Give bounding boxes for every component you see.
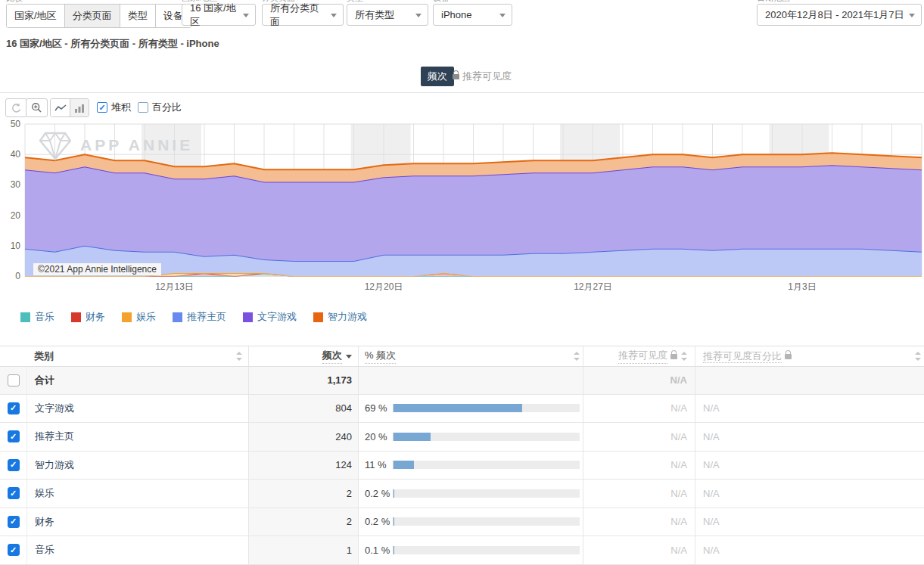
table-row: ✓文字游戏80469 %N/AN/A: [0, 395, 924, 424]
sort-icon[interactable]: [680, 352, 687, 361]
total-category-cell: 合计: [26, 367, 248, 394]
line-chart-icon: [54, 104, 67, 113]
frequency-value: 2: [347, 488, 352, 499]
header-visibility[interactable]: 推荐可见度: [583, 346, 695, 366]
frequency-value: 2: [347, 516, 352, 527]
legend-item-财务[interactable]: 财务: [71, 310, 105, 324]
stacked-checkbox[interactable]: ✓ 堆积: [97, 101, 131, 114]
legend-item-娱乐[interactable]: 娱乐: [122, 310, 156, 324]
legend-item-文字游戏[interactable]: 文字游戏: [243, 310, 297, 324]
segment-country-button[interactable]: 国家/地区: [7, 5, 65, 27]
header-visibility-label: 推荐可见度: [618, 349, 667, 364]
total-visibility-value: N/A: [670, 374, 687, 386]
visibility-pct-value: N/A: [703, 545, 720, 556]
row-checkbox[interactable]: ✓: [8, 516, 20, 528]
segment-type-button[interactable]: 类型: [120, 5, 156, 27]
category-cell: 娱乐: [26, 480, 248, 508]
section-divider: [0, 92, 924, 93]
table-total-row: 合计 1,173 N/A: [0, 367, 924, 395]
table-row: ✓财务20.2 %N/AN/A: [0, 508, 924, 537]
type-dropdown-value: 所有类型: [355, 8, 394, 22]
checkbox-unchecked-icon: [138, 102, 148, 113]
breakdown-segmented-control: 国家/地区 分类页面 类型 设备: [6, 4, 191, 28]
sort-icon[interactable]: [573, 352, 580, 361]
legend-label: 文字游戏: [257, 310, 297, 324]
tab-visibility-label: 推荐可见度: [462, 70, 512, 83]
legend-item-推荐主页[interactable]: 推荐主页: [173, 310, 226, 324]
legend-label: 推荐主页: [187, 310, 226, 324]
row-checkbox[interactable]: ✓: [8, 402, 20, 414]
header-visibility-pct-label: 推荐可见度百分比: [703, 350, 782, 363]
date-range-value: 2020年12月8日 - 2021年1月7日: [765, 8, 904, 22]
frequency-cell: 804: [248, 395, 358, 423]
category-name[interactable]: 文字游戏: [35, 402, 74, 415]
header-pct-frequency[interactable]: % 频次: [358, 346, 583, 366]
sort-desc-icon[interactable]: [346, 355, 352, 359]
pct-bar-fill: [394, 433, 431, 441]
category-name[interactable]: 娱乐: [35, 486, 54, 500]
row-checkbox[interactable]: ✓: [8, 487, 20, 499]
line-chart-button[interactable]: [51, 99, 70, 116]
visibility-pct-value: N/A: [703, 516, 720, 527]
sort-icon[interactable]: [914, 352, 921, 361]
row-checkbox[interactable]: ✓: [8, 544, 20, 556]
legend-swatch: [20, 312, 30, 322]
pct-frequency-cell: 0.2 %: [358, 480, 583, 508]
visibility-pct-value: N/A: [703, 488, 720, 499]
zoom-in-button[interactable]: [26, 98, 48, 117]
visibility-pct-cell: N/A: [695, 423, 924, 451]
type-dropdown[interactable]: 所有类型: [347, 4, 428, 26]
area-文字游戏: [25, 165, 922, 261]
y-tick-label: 40: [11, 149, 21, 160]
visibility-value: N/A: [670, 488, 687, 499]
percent-checkbox[interactable]: 百分比: [138, 101, 182, 114]
header-visibility-pct[interactable]: 推荐可见度百分比: [695, 346, 924, 366]
legend-item-音乐[interactable]: 音乐: [20, 310, 54, 324]
country-dropdown-value: 16 国家/地区: [190, 2, 238, 29]
category-name[interactable]: 音乐: [35, 543, 54, 557]
device-dropdown[interactable]: iPhone: [433, 4, 512, 26]
date-range-dropdown[interactable]: 2020年12月8日 - 2021年1月7日: [757, 4, 922, 26]
row-checkbox-cell: ✓: [0, 480, 26, 508]
visibility-cell: N/A: [583, 480, 695, 508]
row-checkbox[interactable]: ✓: [8, 430, 20, 442]
segment-category-page-button[interactable]: 分类页面: [65, 5, 120, 27]
visibility-pct-cell: N/A: [695, 395, 924, 423]
header-category-label: 类别: [34, 349, 54, 363]
row-checkbox[interactable]: ✓: [8, 459, 20, 471]
sort-icon[interactable]: [235, 352, 242, 361]
lock-icon: [670, 354, 677, 359]
category-page-dropdown[interactable]: 所有分类页面: [262, 4, 344, 26]
stacked-label: 堆积: [111, 101, 131, 114]
country-dropdown[interactable]: 16 国家/地区: [182, 4, 256, 26]
pct-value: 11 %: [365, 459, 393, 470]
frequency-cell: 2: [248, 508, 358, 536]
category-name[interactable]: 智力游戏: [35, 458, 74, 472]
header-category[interactable]: 类别: [26, 346, 248, 366]
reset-zoom-button[interactable]: [5, 98, 27, 117]
chart-type-toggle: [50, 98, 89, 117]
frequency-cell: 2: [248, 480, 358, 508]
visibility-value: N/A: [670, 459, 687, 470]
frequency-value: 804: [335, 402, 352, 414]
visibility-value: N/A: [670, 545, 687, 556]
category-name[interactable]: 推荐主页: [35, 430, 74, 443]
tab-visibility[interactable]: 推荐可见度: [450, 70, 512, 83]
metric-tabs: 频次 推荐可见度: [0, 67, 924, 85]
row-checkbox-cell: ✓: [0, 508, 26, 536]
legend-item-智力游戏[interactable]: 智力游戏: [313, 310, 367, 324]
chart-controls: ✓ 堆积 百分比: [0, 98, 924, 118]
visibility-cell: N/A: [583, 536, 695, 564]
bar-chart-button[interactable]: [70, 99, 89, 116]
legend-label: 音乐: [35, 310, 54, 324]
select-all-checkbox[interactable]: [8, 374, 20, 386]
pct-bar-track: [393, 517, 580, 526]
stacked-area-chart[interactable]: 0102030405012月13日12月20日12月27日1月3日 APP AN…: [0, 120, 924, 296]
header-frequency[interactable]: 频次: [248, 346, 358, 366]
frequency-cell: 1: [248, 536, 358, 564]
category-name[interactable]: 财务: [35, 515, 54, 529]
pct-value: 0.2 %: [365, 488, 393, 499]
legend-swatch: [313, 312, 323, 322]
visibility-cell: N/A: [583, 508, 695, 536]
category-cell: 财务: [26, 508, 248, 536]
